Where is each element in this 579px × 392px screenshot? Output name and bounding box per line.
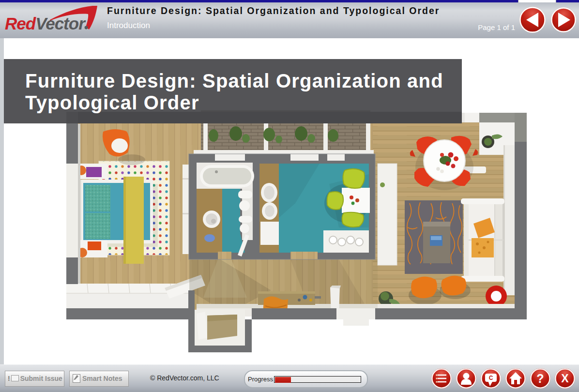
svg-text:X: X bbox=[561, 372, 569, 385]
svg-text:?: ? bbox=[536, 372, 544, 385]
svg-text:C: C bbox=[489, 375, 493, 381]
